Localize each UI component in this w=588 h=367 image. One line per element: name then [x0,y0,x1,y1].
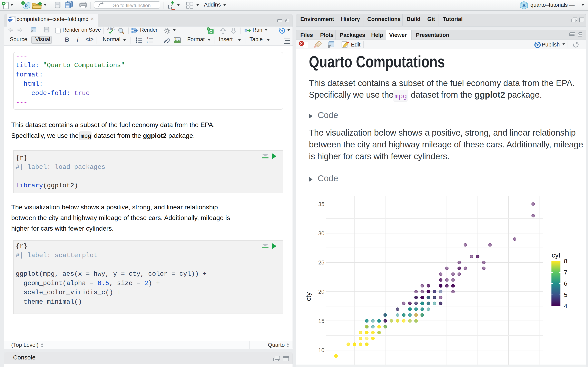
svg-text:20: 20 [318,289,324,295]
svg-text:8: 8 [564,258,567,264]
svg-text:15: 15 [318,318,324,324]
svg-text:cyl: cyl [552,251,560,259]
svg-text:G: G [167,3,173,10]
svg-text:5: 5 [564,291,567,298]
svg-text:10: 10 [318,347,324,353]
svg-text:R: R [25,3,28,8]
svg-text:7: 7 [564,269,567,276]
svg-text:C: C [209,29,212,34]
svg-text:4: 4 [564,303,567,309]
svg-text:cty: cty [304,292,312,301]
svg-text:2: 2 [147,41,148,43]
svg-text:35: 35 [318,201,324,207]
svg-text:1: 1 [147,37,148,40]
svg-text:25: 25 [318,259,324,266]
svg-text:6: 6 [564,280,567,287]
svg-text:R: R [522,3,526,8]
svg-text:ABC: ABC [107,27,115,31]
svg-text:30: 30 [318,230,324,236]
